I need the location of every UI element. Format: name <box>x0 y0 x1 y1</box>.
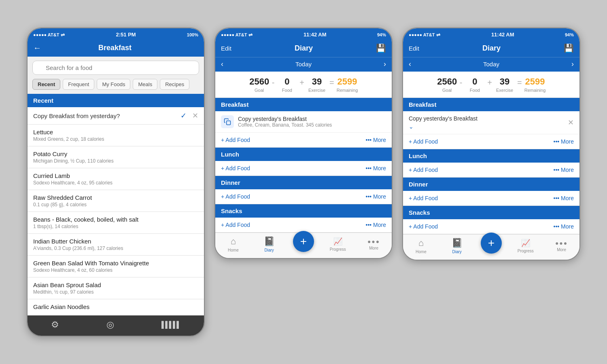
snacks-more-3[interactable]: ••• More <box>554 223 574 230</box>
food-item-green-bean-salad[interactable]: Green Bean Salad With Tomato Vinaigrette… <box>28 256 204 277</box>
next-date-button-3[interactable]: › <box>571 60 574 68</box>
copy-text-3: Copy yesterday's Breakfast ⌄ <box>409 115 478 130</box>
calorie-summary-3: 2560 Goal - 0 Food + 39 Exercise = 2599 … <box>403 72 579 98</box>
remaining-label-3: Remaining <box>524 88 546 93</box>
progress-tab-3[interactable]: 📈 Progress <box>514 239 538 253</box>
dinner-body-3: + Add Food ••• More <box>403 191 579 206</box>
snacks-body-3: + Add Food ••• More <box>403 219 579 234</box>
dinner-more-3[interactable]: ••• More <box>554 195 574 201</box>
copy-dismiss-x-3[interactable]: ✕ <box>568 118 574 127</box>
lunch-add-food-2[interactable]: + Add Food <box>221 165 250 171</box>
breakfast-more-3[interactable]: ••• More <box>554 138 574 145</box>
food-item-garlic-noodles[interactable]: Garlic Asian Noodles <box>28 299 204 315</box>
remaining-block: 2599 Remaining <box>337 76 358 93</box>
snacks-section-3: Snacks + Add Food ••• More <box>403 206 579 234</box>
exercise-label: Exercise <box>307 88 327 93</box>
save-icon-2[interactable]: 💾 <box>376 43 386 53</box>
food-item-curried-lamb[interactable]: Curried Lamb Sodexo Healthcare, 4 oz, 95… <box>28 168 204 190</box>
lunch-body-2: + Add Food ••• More <box>215 161 392 176</box>
dinner-add-food-3[interactable]: + Add Food <box>409 195 438 201</box>
prev-date-button-3[interactable]: ‹ <box>409 60 411 68</box>
save-icon-3[interactable]: 💾 <box>564 43 574 53</box>
diary-tab-3[interactable]: 📓 Diary <box>445 238 469 254</box>
plus-op: + <box>297 78 307 87</box>
breakfast-add-food-2[interactable]: + Add Food <box>221 137 250 143</box>
breakfast-more-2[interactable]: ••• More <box>366 137 386 143</box>
home-tab-2[interactable]: ⌂ Home <box>221 236 245 252</box>
barcode-tab-icon[interactable]: ▌▌▌▌▌ <box>161 321 180 328</box>
food-item-potato-curry[interactable]: Potato Curry Michigan Dining, ½ Cup, 110… <box>28 146 204 168</box>
snacks-more-2[interactable]: ••• More <box>366 222 386 228</box>
carrier-signal-3: ●●●●● AT&T ⇌ <box>409 32 440 38</box>
edit-button-3[interactable]: Edit <box>409 45 419 52</box>
exercise-label-3: Exercise <box>495 88 515 93</box>
snacks-body-2: + Add Food ••• More <box>215 218 392 233</box>
search-input[interactable] <box>32 61 199 75</box>
tab-meals[interactable]: Meals <box>133 79 157 90</box>
more-label-3: More <box>557 248 566 252</box>
food-item-bean-sprout[interactable]: Asian Bean Sprout Salad Medithin, ½ cup,… <box>28 277 204 299</box>
add-button-2[interactable]: + <box>293 231 314 252</box>
copy-dismiss-button[interactable]: ✕ <box>192 111 198 120</box>
copy-breakfast-row[interactable]: Copy Breakfast from yesterday? ✓ ✕ <box>28 107 204 125</box>
phone-3: ●●●●● AT&T ⇌ 11:42 AM 94% Edit Diary 💾 ‹… <box>402 28 580 260</box>
phone-1: ●●●●● AT&T ⇌ 2:51 PM 100% ← Breakfast 🔍 … <box>27 28 205 336</box>
more-tab-3[interactable]: ●●● More <box>550 240 574 252</box>
snacks-actions-3: + Add Food ••• More <box>403 219 579 234</box>
copy-yesterday-row-3[interactable]: Copy yesterday's Breakfast ⌄ ✕ <box>403 111 579 134</box>
snacks-add-food-3[interactable]: + Add Food <box>409 223 438 230</box>
snacks-add-food-2[interactable]: + Add Food <box>221 222 250 228</box>
exercise-block-3: 39 Exercise <box>495 76 515 93</box>
goal-block: 2560 Goal <box>249 76 270 93</box>
diary-tab-2[interactable]: 📓 Diary <box>257 236 281 252</box>
recent-section-header: Recent <box>28 94 204 107</box>
copy-yesterday-row-2[interactable]: Copy yesterday's Breakfast Coffee, Cream… <box>215 111 392 133</box>
more-tab-2[interactable]: ●●● More <box>362 238 386 250</box>
tab-my-foods[interactable]: My Foods <box>97 79 130 90</box>
wifi-icon-2: ⇌ <box>248 32 253 38</box>
food-list: Lettuce Mixed Greens, 2 cup, 18 calories… <box>28 125 204 315</box>
home-tab-3[interactable]: ⌂ Home <box>409 238 433 254</box>
lunch-actions-2: + Add Food ••• More <box>215 161 392 176</box>
exercise-value: 39 <box>307 76 327 87</box>
dinner-more-2[interactable]: ••• More <box>366 193 386 200</box>
edit-button-2[interactable]: Edit <box>221 45 231 52</box>
status-bar-1: ●●●●● AT&T ⇌ 2:51 PM 100% <box>28 28 204 40</box>
food-item-black-beans[interactable]: Beans - Black, cooked, boiled, with salt… <box>28 212 204 234</box>
tab-frequent[interactable]: Frequent <box>63 79 94 90</box>
lunch-header-2: Lunch <box>215 148 392 161</box>
target-tab-icon[interactable]: ◎ <box>106 320 114 330</box>
back-button[interactable]: ← <box>33 43 41 53</box>
phone-2: ●●●●● AT&T ⇌ 11:42 AM 94% Edit Diary 💾 ‹… <box>214 28 393 259</box>
next-date-button-2[interactable]: › <box>384 60 386 68</box>
food-detail: Medithin, ½ cup, 97 calories <box>33 289 198 295</box>
breakfast-add-food-3[interactable]: + Add Food <box>409 138 438 145</box>
snacks-header-2: Snacks <box>215 204 392 218</box>
search-bar: 🔍 <box>28 57 204 79</box>
food-name: Beans - Black, cooked, boiled, with salt <box>33 216 198 223</box>
settings-tab-icon[interactable]: ⚙ <box>51 320 59 330</box>
food-label-3: Food <box>465 88 485 93</box>
more-label-2: More <box>369 246 378 250</box>
status-bar-3: ●●●●● AT&T ⇌ 11:42 AM 94% <box>403 28 579 40</box>
prev-date-button-2[interactable]: ‹ <box>221 60 223 68</box>
tab-recipes[interactable]: Recipes <box>160 79 189 90</box>
bottom-tabbar-2: ⌂ Home 📓 Diary + 📈 Progress ●●● More <box>215 233 392 258</box>
lunch-more-2[interactable]: ••• More <box>366 165 386 171</box>
breakfast-section-3: Breakfast Copy yesterday's Breakfast ⌄ ✕… <box>403 98 579 149</box>
copy-check-button[interactable]: ✓ <box>180 111 187 120</box>
food-name: Asian Bean Sprout Salad <box>33 281 198 288</box>
dinner-add-food-2[interactable]: + Add Food <box>221 193 250 200</box>
food-item-lettuce[interactable]: Lettuce Mixed Greens, 2 cup, 18 calories <box>28 125 204 146</box>
tab-recent[interactable]: Recent <box>32 79 60 90</box>
food-name: Green Bean Salad With Tomato Vinaigrette <box>33 260 198 267</box>
food-detail: Sodexo Healthcare, 4 oz, 95 calories <box>33 180 198 186</box>
lunch-more-3[interactable]: ••• More <box>554 167 574 173</box>
progress-label-2: Progress <box>330 247 346 252</box>
wifi-icon-3: ⇌ <box>436 32 440 38</box>
lunch-add-food-3[interactable]: + Add Food <box>409 167 438 173</box>
food-item-carrot[interactable]: Raw Shredded Carrot 0.1 cup (85 g), 4 ca… <box>28 190 204 212</box>
food-item-butter-chicken[interactable]: Indian Butter Chicken A'viands, 0.3 Cup … <box>28 234 204 256</box>
add-button-3[interactable]: + <box>481 233 502 254</box>
progress-tab-2[interactable]: 📈 Progress <box>326 237 350 252</box>
